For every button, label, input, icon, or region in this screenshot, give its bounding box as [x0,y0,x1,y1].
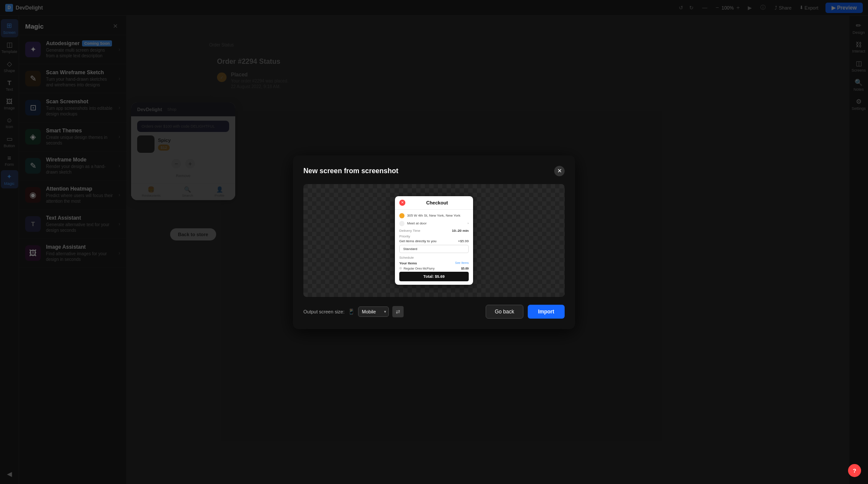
checkout-body: 305 W 4th St, New York, New York Meet at… [395,210,473,285]
checkout-close-dot: ✕ [399,200,405,206]
help-button[interactable]: ? [848,464,861,477]
screenshot-modal: New screen from screenshot ✕ ✕ Checkout … [293,155,575,329]
priority-label: Priority [399,234,469,238]
checkout-priority-row: Get items directly to you +$5.99 [399,239,469,243]
see-items-link[interactable]: See Items [455,261,469,265]
door-icon [399,221,404,226]
checkout-title: Checkout [426,200,448,205]
output-size-label: Output screen size: [303,309,345,314]
delivery-value: 10–20 min [452,229,469,233]
item-price: $5.69 [461,267,469,270]
checkout-door-text: Meet at door [407,221,465,225]
priority-desc: Get items directly to you [399,239,437,243]
checkout-items-header: Your Items See Items [399,261,469,265]
checkout-delivery-row: Delivery Time 10–20 min [399,229,469,233]
priority-price: +$5.99 [458,239,469,243]
screen-size-select[interactable]: Mobile Tablet Desktop [358,306,389,317]
modal-action-buttons: Go back Import [486,305,565,319]
modal-close-button[interactable]: ✕ [554,166,565,176]
go-back-button[interactable]: Go back [486,305,523,319]
checkout-inner-header: ✕ Checkout [395,196,473,210]
checkout-address: 305 W 4th St, New York, New York [407,214,469,217]
checkout-item-row: Regular Oreo McFlurry $5.69 [399,267,469,270]
delivery-label: Delivery Time [399,229,420,233]
your-items-label: Your Items [399,261,417,265]
item-name: Regular Oreo McFlurry [404,267,459,270]
modal-title: New screen from screenshot [303,167,398,175]
modal-overlay: New screen from screenshot ✕ ✕ Checkout … [0,0,868,484]
checkout-standard-select[interactable]: Standard [399,245,469,253]
checkout-address-row: 305 W 4th St, New York, New York [399,213,469,218]
screen-size-select-wrapper: Mobile Tablet Desktop [358,306,389,317]
modal-footer: Output screen size: 📱 Mobile Tablet Desk… [303,305,565,319]
checkout-door-row: Meet at door › [399,221,469,226]
mobile-device-icon: 📱 [348,309,355,315]
modal-header: New screen from screenshot ✕ [303,166,565,176]
checkout-total-btn[interactable]: Total: $5.69 [399,272,469,281]
schedule-label: Schedule [399,256,469,260]
orientation-toggle-button[interactable]: ⇄ [392,306,404,317]
screenshot-preview: ✕ Checkout 305 W 4th St, New York, New Y… [303,184,565,297]
item-dot [399,267,402,270]
address-icon [399,213,404,218]
import-button[interactable]: Import [528,305,565,319]
output-size-row: Output screen size: 📱 Mobile Tablet Desk… [303,306,404,317]
checkout-mockup-preview: ✕ Checkout 305 W 4th St, New York, New Y… [395,196,473,285]
